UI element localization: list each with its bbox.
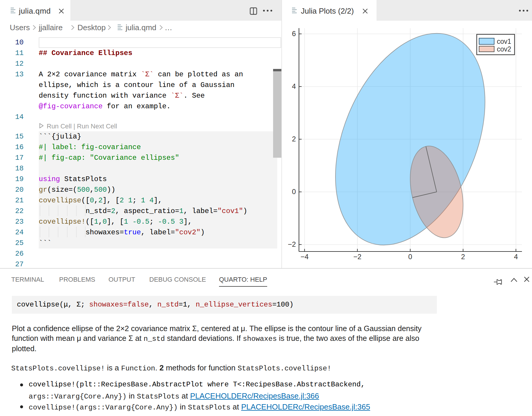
svg-text:2: 2: [461, 253, 465, 261]
svg-text:0: 0: [408, 253, 412, 261]
svg-text:0: 0: [292, 188, 296, 196]
svg-text:cov1: cov1: [497, 38, 511, 45]
svg-text:6: 6: [292, 30, 296, 38]
svg-text:cov2: cov2: [497, 45, 511, 53]
svg-text:2: 2: [292, 135, 296, 143]
svg-text:−4: −4: [301, 253, 309, 261]
svg-text:−2: −2: [353, 253, 361, 261]
svg-text:4: 4: [292, 82, 296, 90]
svg-text:4: 4: [514, 253, 518, 261]
svg-text:−2: −2: [288, 240, 296, 248]
